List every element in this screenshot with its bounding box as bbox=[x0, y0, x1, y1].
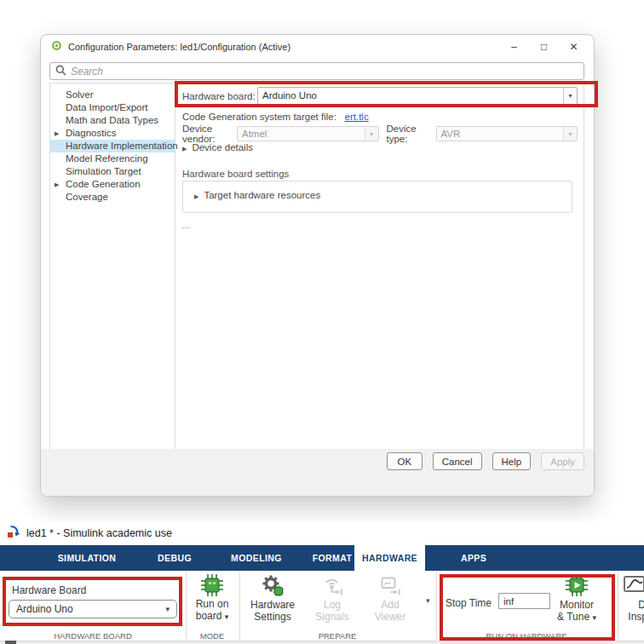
monitor-tune-chip-icon[interactable] bbox=[566, 574, 588, 600]
add-viewer-button[interactable]: Add Viewer bbox=[375, 599, 405, 623]
section-divider bbox=[618, 572, 618, 639]
more-indicator: ... bbox=[181, 220, 190, 230]
stop-time-label: Stop Time bbox=[446, 597, 492, 609]
run-on-board-chip-icon[interactable] bbox=[201, 574, 223, 600]
tree-item-math-and-data-types[interactable]: Math and Data Types bbox=[50, 114, 175, 127]
board-settings-heading: Hardware board settings bbox=[182, 169, 289, 179]
section-divider bbox=[186, 572, 187, 639]
chevron-down-icon: ▾ bbox=[563, 127, 577, 141]
tree-item-model-referencing[interactable]: Model Referencing bbox=[50, 152, 175, 165]
help-button[interactable]: Help bbox=[492, 452, 532, 470]
add-viewer-icon[interactable] bbox=[379, 574, 401, 600]
configuration-parameters-dialog: Configuration Parameters: led1/Configura… bbox=[40, 34, 595, 497]
log-signals-icon[interactable] bbox=[321, 574, 343, 600]
hardware-settings-gear-icon[interactable] bbox=[262, 574, 284, 600]
tree-item-solver[interactable]: Solver bbox=[50, 89, 175, 101]
search-input[interactable] bbox=[71, 66, 578, 78]
log-signals-button[interactable]: Log Signals bbox=[315, 599, 348, 623]
hardware-board-value: Arduino Uno bbox=[16, 603, 73, 615]
target-resources-expander[interactable]: ▶Target hardware resources bbox=[194, 190, 320, 200]
dialog-titlebar: Configuration Parameters: led1/Configura… bbox=[41, 35, 594, 59]
tab-apps[interactable]: APPS bbox=[461, 545, 486, 571]
maximize-button[interactable]: □ bbox=[529, 35, 559, 59]
tree-item-code-generation[interactable]: ▶Code Generation bbox=[50, 178, 175, 191]
dialog-title: Configuration Parameters: led1/Configura… bbox=[68, 42, 290, 52]
data-inspector-button[interactable]: Data Inspector bbox=[623, 599, 644, 623]
device-row: Device vendor: Atmel ▾ Device type: AVR … bbox=[182, 124, 578, 144]
hardware-board-row: Hardware board: Arduino Uno ▾ bbox=[182, 87, 578, 105]
chevron-down-icon: ▾ bbox=[592, 613, 596, 622]
section-divider bbox=[239, 572, 240, 639]
window-controls: – □ ✕ bbox=[499, 35, 589, 59]
tree-item-coverage[interactable]: Coverage bbox=[50, 191, 175, 204]
device-vendor-label: Device vendor: bbox=[182, 124, 237, 144]
tree-item-diagnostics[interactable]: ▶Diagnostics bbox=[50, 127, 175, 140]
codegen-target-link[interactable]: ert.tlc bbox=[345, 112, 369, 122]
hardware-board-selector[interactable]: Arduino Uno ▾ bbox=[9, 600, 177, 618]
bottom-left-fragment bbox=[5, 641, 16, 644]
codegen-target-row: Code Generation system target file: ert.… bbox=[182, 112, 369, 122]
toolstrip-tabs: SIMULATION DEBUG MODELING FORMAT HARDWAR… bbox=[0, 545, 644, 571]
gallery-expand-caret-icon[interactable]: ▾ bbox=[426, 596, 430, 605]
dialog-body: Solver Data Import/Export Math and Data … bbox=[49, 83, 584, 451]
chevron-down-icon[interactable]: ▾ bbox=[563, 88, 577, 104]
apply-button[interactable]: Apply bbox=[541, 452, 584, 470]
monitor-tune-button[interactable]: Monitor & Tune ▾ bbox=[557, 599, 596, 624]
device-type-label: Device type: bbox=[387, 124, 436, 144]
hardware-board-label: Hardware Board bbox=[12, 584, 86, 596]
tab-format[interactable]: FORMAT bbox=[313, 545, 353, 571]
device-type-combo[interactable]: AVR ▾ bbox=[436, 126, 578, 141]
hardware-implementation-pane: Hardware board: Arduino Uno ▾ Code Gener… bbox=[175, 83, 584, 450]
hardware-board-combo[interactable]: Arduino Uno ▾ bbox=[257, 87, 578, 105]
section-label-run-on-hardware: RUN ON HARDWARE bbox=[486, 631, 566, 641]
dialog-footer: OK Cancel Help Apply bbox=[41, 449, 594, 496]
run-on-board-button[interactable]: Run on board ▾ bbox=[196, 598, 229, 623]
simulink-model-icon bbox=[7, 525, 20, 542]
tree-item-data-import-export[interactable]: Data Import/Export bbox=[50, 101, 175, 114]
stop-time-input[interactable] bbox=[498, 593, 550, 609]
chevron-down-icon: ▾ bbox=[165, 605, 170, 613]
device-type-value: AVR bbox=[437, 127, 564, 141]
expand-caret-icon[interactable]: ▶ bbox=[55, 178, 59, 191]
section-label-prepare: PREPARE bbox=[319, 631, 357, 641]
section-label-hardware-board: HARDWARE BOARD bbox=[54, 631, 132, 641]
close-button[interactable]: ✕ bbox=[559, 35, 589, 59]
expand-caret-icon[interactable]: ▶ bbox=[182, 146, 187, 152]
hardware-board-label: Hardware board: bbox=[182, 91, 257, 101]
search-icon bbox=[55, 64, 66, 79]
search-box[interactable] bbox=[49, 62, 584, 80]
tab-modeling[interactable]: MODELING bbox=[231, 545, 282, 571]
data-inspector-icon[interactable] bbox=[622, 574, 644, 600]
hardware-toolstrip: Hardware Board Arduino Uno ▾ HARDWARE BO… bbox=[0, 571, 644, 641]
section-label-mode: MODE bbox=[200, 631, 225, 641]
device-vendor-combo[interactable]: Atmel ▾ bbox=[237, 126, 379, 141]
device-vendor-value: Atmel bbox=[238, 127, 365, 141]
ok-button[interactable]: OK bbox=[387, 452, 423, 470]
chevron-down-icon: ▾ bbox=[225, 612, 229, 621]
simulink-window-title: led1 * - Simulink academic use bbox=[26, 527, 172, 539]
tab-hardware[interactable]: HARDWARE bbox=[354, 545, 425, 571]
expand-caret-icon[interactable]: ▶ bbox=[194, 193, 198, 199]
section-divider bbox=[436, 572, 437, 639]
simulink-titlebar: led1 * - Simulink academic use bbox=[0, 521, 644, 545]
codegen-target-label: Code Generation system target file: bbox=[182, 112, 336, 122]
target-resources-group: ▶Target hardware resources bbox=[182, 181, 572, 213]
hardware-board-value: Arduino Uno bbox=[258, 88, 563, 104]
config-gear-icon bbox=[51, 39, 62, 55]
screen: Configuration Parameters: led1/Configura… bbox=[0, 0, 644, 644]
target-resources-label: Target hardware resources bbox=[204, 190, 320, 200]
tab-debug[interactable]: DEBUG bbox=[158, 545, 192, 571]
chevron-down-icon: ▾ bbox=[365, 127, 378, 141]
category-tree: Solver Data Import/Export Math and Data … bbox=[50, 83, 175, 450]
minimize-button[interactable]: – bbox=[499, 35, 529, 59]
tree-item-simulation-target[interactable]: Simulation Target bbox=[50, 165, 175, 178]
device-details-expander[interactable]: ▶Device details bbox=[182, 142, 253, 152]
tree-item-hardware-implementation[interactable]: Hardware Implementation bbox=[50, 140, 175, 152]
device-details-label: Device details bbox=[192, 142, 253, 152]
tab-simulation[interactable]: SIMULATION bbox=[58, 545, 117, 571]
cancel-button[interactable]: Cancel bbox=[433, 452, 482, 470]
hardware-settings-button[interactable]: Hardware Settings bbox=[250, 599, 295, 623]
bottom-edge-strip bbox=[0, 641, 644, 644]
expand-caret-icon[interactable]: ▶ bbox=[55, 127, 59, 140]
